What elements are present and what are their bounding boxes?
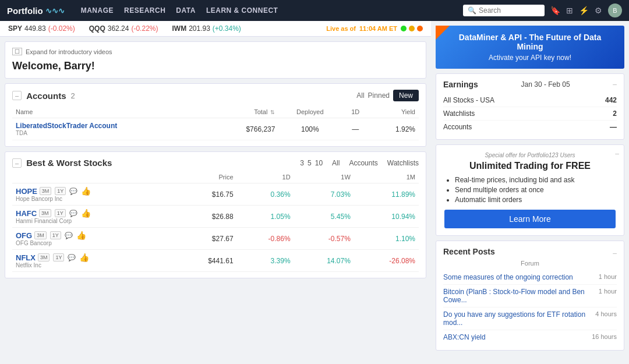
earnings-label-accounts: Accounts <box>443 123 472 131</box>
accounts-actions: All Pinned New <box>356 90 419 101</box>
bw-1m: 10.94% <box>354 206 419 228</box>
bw-symbol[interactable]: HAFC <box>16 209 37 218</box>
thumbs-up-icon[interactable]: 👍 <box>76 231 86 240</box>
ticker-live: Live as of 11:04 AM ET <box>326 25 423 32</box>
btn-new[interactable]: New <box>393 90 419 101</box>
bw-stock-name: Hope Bancorp Inc <box>16 196 170 202</box>
offer-feature-2: Send multiple orders at once <box>455 186 616 194</box>
post-text[interactable]: Bitcoin (PlanB : Stock-to-Flow model and… <box>443 288 594 304</box>
accounts-header: – Accounts 2 All Pinned New <box>12 90 419 101</box>
bw-filter-all[interactable]: All <box>332 159 340 167</box>
btn-pinned[interactable]: Pinned <box>368 91 390 100</box>
bw-period-10[interactable]: 10 <box>315 159 323 167</box>
bw-price: $26.88 <box>174 206 237 228</box>
promo-banner[interactable]: DataMiner & API - The Future of Data Min… <box>436 26 624 69</box>
bw-stock-name: Netflix Inc <box>16 262 170 268</box>
bw-period-3[interactable]: 3 <box>300 159 304 167</box>
thumbs-up-icon[interactable]: 👍 <box>79 253 89 262</box>
chat-icon[interactable]: 💬 <box>68 254 76 261</box>
bw-filter-watchlists[interactable]: Watchlists <box>387 159 419 167</box>
post-text[interactable]: ABX:CN yield <box>443 333 587 341</box>
bw-period-5[interactable]: 5 <box>308 159 312 167</box>
bookmark-icon[interactable]: 🔖 <box>550 6 560 15</box>
bw-col-1m: 1M <box>354 171 419 183</box>
chat-icon[interactable]: 💬 <box>65 232 73 239</box>
tag-1y[interactable]: 1Y <box>55 187 66 195</box>
tag-1y[interactable]: 1Y <box>55 209 66 217</box>
live-label: Live as of <box>326 25 356 32</box>
search-input[interactable] <box>479 6 543 15</box>
bw-collapse-icon[interactable]: – <box>12 158 22 168</box>
qqq-symbol: QQQ <box>89 24 105 33</box>
tag-3m[interactable]: 3M <box>34 231 47 239</box>
offer-tag: Special offer for Portfolio123 Users <box>444 152 616 158</box>
expand-checkbox[interactable]: ☐ <box>12 48 22 55</box>
chat-icon[interactable]: 💬 <box>69 188 77 195</box>
ticker-qqq[interactable]: QQQ 362.24 (-0.22%) <box>89 24 158 33</box>
tag-1y[interactable]: 1Y <box>53 253 64 261</box>
ticker-spy[interactable]: SPY 449.83 (-0.02%) <box>8 24 75 33</box>
bw-price: $27.67 <box>174 228 237 250</box>
dot-green <box>401 26 407 31</box>
promo-title: DataMiner & API - The Future of Data Min… <box>445 33 615 51</box>
bw-1w: 7.03% <box>294 183 354 206</box>
nav-learn-connect[interactable]: LEARN & CONNECT <box>206 6 278 15</box>
tag-3m[interactable]: 3M <box>39 209 51 217</box>
intro-label: Expand for introductory videos <box>26 48 112 55</box>
tag-1y[interactable]: 1Y <box>50 231 61 239</box>
bw-symbol[interactable]: HOPE <box>16 187 37 196</box>
grid-icon[interactable]: ⊞ <box>566 6 573 15</box>
best-worst-panel: – Best & Worst Stocks 3 5 10 All Account… <box>5 151 426 278</box>
offer-title: Unlimited Trading for FREE <box>444 161 616 171</box>
nav-manage[interactable]: MANAGE <box>81 6 114 15</box>
iwm-change: (+0.34%) <box>213 24 241 33</box>
thumbs-up-icon[interactable]: 👍 <box>81 208 91 218</box>
account-name[interactable]: LiberatedStockTrader Account <box>16 122 209 130</box>
accounts-title: Accounts <box>26 91 66 101</box>
nav-links: MANAGE RESEARCH DATA LEARN & CONNECT <box>81 6 278 15</box>
bw-symbol[interactable]: OFG <box>16 231 32 240</box>
search-box[interactable]: 🔍 <box>463 5 545 16</box>
post-text[interactable]: Do you have any suggestions for ETF rota… <box>443 310 591 327</box>
earnings-collapse[interactable]: – <box>613 80 617 89</box>
accounts-collapse-icon[interactable]: – <box>12 91 22 100</box>
post-text[interactable]: Some measures of the ongoing correction <box>443 273 594 281</box>
bw-col-1d: 1D <box>237 171 294 183</box>
btn-all[interactable]: All <box>356 91 364 100</box>
offer-collapse-icon[interactable]: – <box>615 150 619 158</box>
bw-nums: 3 5 10 <box>300 159 323 167</box>
iwm-price: 201.93 <box>189 24 210 33</box>
tag-3m[interactable]: 3M <box>38 253 50 261</box>
bw-filter-accounts[interactable]: Accounts <box>349 159 377 167</box>
thumbs-up-icon[interactable]: 👍 <box>81 186 91 196</box>
post-time: 4 hours <box>595 310 617 317</box>
bw-symbol[interactable]: NFLX <box>16 253 36 262</box>
dot-yellow <box>409 26 415 31</box>
bw-row: NFLX 3M 1Y 💬 👍 Netflix Inc $441.61 3.39%… <box>12 250 419 272</box>
posts-collapse-icon[interactable]: – <box>613 249 617 257</box>
nav-data[interactable]: DATA <box>176 6 196 15</box>
sort-icon[interactable]: ⇅ <box>270 109 275 115</box>
learn-more-button[interactable]: Learn More <box>444 210 616 228</box>
accounts-count: 2 <box>70 91 75 100</box>
lightning-icon[interactable]: ⚡ <box>579 6 589 15</box>
promo-sub: Activate your API key now! <box>445 54 615 62</box>
settings-icon[interactable]: ⚙ <box>595 6 602 15</box>
spy-change: (-0.02%) <box>48 24 75 33</box>
logo[interactable]: Portfolio ∿∿∿ <box>7 6 65 16</box>
bw-stock-info: OFG 3M 1Y 💬 👍 OFG Bancorp <box>12 228 174 250</box>
earnings-val-accounts: — <box>610 123 617 131</box>
spy-price: 449.83 <box>24 24 46 33</box>
earnings-row-usa: All Stocks - USA 442 <box>443 94 617 107</box>
avatar[interactable]: B <box>608 3 622 17</box>
col-deployed: Deployed <box>278 106 341 118</box>
earnings-title: Earnings <box>443 80 478 89</box>
ticker-iwm[interactable]: IWM 201.93 (+0.34%) <box>172 24 241 33</box>
earnings-header: Earnings Jan 30 - Feb 05 – <box>443 80 617 89</box>
bw-1d: -0.86% <box>237 228 294 250</box>
nav-research[interactable]: RESEARCH <box>124 6 165 15</box>
chat-icon[interactable]: 💬 <box>69 210 77 217</box>
dot-orange <box>417 26 423 31</box>
bw-1d: 3.39% <box>237 250 294 272</box>
tag-3m[interactable]: 3M <box>40 187 52 195</box>
